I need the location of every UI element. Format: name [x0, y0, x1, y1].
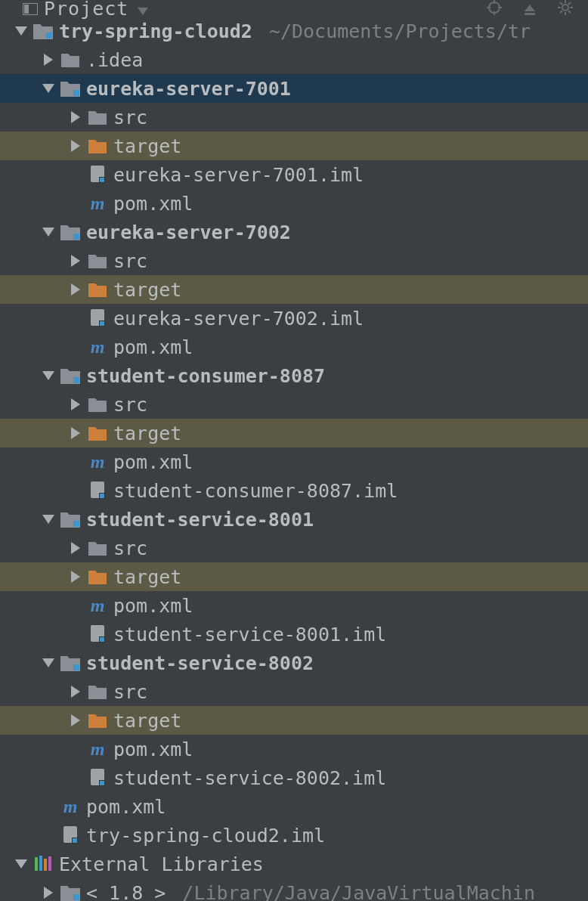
svg-marker-22 [42, 84, 54, 93]
chevron-right-icon[interactable] [68, 283, 83, 296]
svg-rect-61 [35, 857, 38, 871]
tree-folder-target[interactable]: target [0, 562, 588, 591]
chevron-down-icon[interactable] [41, 515, 56, 524]
svg-rect-62 [39, 856, 42, 871]
chevron-down-icon[interactable] [14, 859, 29, 868]
chevron-down-icon[interactable] [41, 371, 56, 380]
external-libraries-icon [33, 854, 53, 874]
iml-file-icon [88, 768, 107, 788]
chevron-right-icon[interactable] [41, 54, 56, 66]
tree-folder-src[interactable]: src [0, 677, 588, 706]
svg-rect-44 [73, 521, 79, 527]
svg-marker-21 [44, 54, 53, 66]
tree-file-iml[interactable]: student-service-8002.iml [0, 763, 588, 792]
svg-line-16 [568, 11, 571, 13]
maven-file-icon: m [88, 337, 107, 357]
svg-line-15 [560, 2, 562, 5]
svg-rect-66 [73, 894, 79, 900]
chevron-right-icon[interactable] [68, 111, 83, 123]
svg-rect-56 [100, 781, 104, 785]
svg-marker-2 [138, 8, 148, 15]
tree-item-label: src [113, 394, 147, 416]
chevron-right-icon[interactable] [68, 542, 83, 554]
iml-file-icon [88, 165, 107, 184]
tree-external-libraries[interactable]: External Libraries [0, 850, 588, 878]
tree-module[interactable]: eureka-server-7002 [0, 218, 588, 246]
chevron-right-icon[interactable] [68, 686, 83, 698]
tree-item-label: student-consumer-8087 [86, 365, 325, 387]
chevron-right-icon[interactable] [68, 571, 83, 583]
chevron-down-icon[interactable] [41, 84, 56, 93]
chevron-down-icon[interactable] [41, 658, 56, 667]
svg-marker-25 [71, 140, 80, 152]
svg-marker-39 [71, 427, 80, 439]
tree-item-label: eureka-server-7002 [86, 221, 291, 243]
svg-marker-60 [15, 859, 27, 868]
tree-file-pom[interactable]: mpom.xml [0, 447, 588, 476]
chevron-right-icon[interactable] [68, 255, 83, 267]
tree-file-pom[interactable]: mpom.xml [0, 333, 588, 361]
tree-module[interactable]: student-service-8002 [0, 649, 588, 677]
tree-file-pom[interactable]: mpom.xml [0, 735, 588, 763]
tree-file-iml[interactable]: student-service-8001.iml [0, 620, 588, 649]
folder-icon [88, 682, 107, 701]
tree-folder-src[interactable]: src [0, 103, 588, 132]
tree-file-pom[interactable]: mpom.xml [0, 189, 588, 218]
svg-point-3 [489, 2, 500, 13]
tree-item-label: student-service-8001 [86, 509, 314, 531]
chevron-right-icon[interactable] [68, 398, 83, 410]
tree-file-iml[interactable]: eureka-server-7002.iml [0, 304, 588, 333]
svg-marker-45 [71, 542, 80, 554]
tree-file-pom[interactable]: mpom.xml [0, 591, 588, 620]
tree-item-label: src [113, 681, 147, 703]
chevron-right-icon[interactable] [68, 714, 83, 726]
maven-file-icon: m [88, 739, 107, 759]
tree-folder-target[interactable]: target [0, 419, 588, 447]
module-folder-icon [33, 21, 53, 41]
folder-excluded-icon [88, 280, 107, 299]
project-panel-header: Project [0, 0, 588, 17]
tree-folder-target[interactable]: target [0, 706, 588, 735]
svg-rect-35 [100, 321, 104, 326]
chevron-down-icon[interactable] [14, 26, 29, 36]
tree-module[interactable]: eureka-server-7001 [0, 74, 588, 103]
tree-folder-src[interactable]: src [0, 534, 588, 562]
tree-folder-target[interactable]: target [0, 275, 588, 304]
tree-file-pom[interactable]: mpom.xml [0, 792, 588, 821]
tree-item-label: eureka-server-7001 [86, 78, 291, 100]
tree-item-label: target [113, 135, 181, 157]
tree-item-label: pom.xml [113, 738, 193, 760]
project-tree[interactable]: try-spring-cloud2~/Documents/Projects/tr… [0, 17, 588, 901]
svg-marker-19 [15, 26, 27, 36]
svg-rect-51 [73, 664, 79, 670]
folder-excluded-icon [88, 423, 107, 443]
tree-folder-src[interactable]: src [0, 390, 588, 419]
tree-item-path: /Library/Java/JavaVirtualMachin [182, 882, 535, 902]
iml-file-icon [88, 308, 107, 328]
tree-module[interactable]: student-service-8001 [0, 505, 588, 534]
tree-folder-target[interactable]: target [0, 132, 588, 160]
tree-folder-idea[interactable]: .idea [0, 45, 588, 74]
tree-item-label: src [113, 250, 147, 272]
maven-file-icon: m [88, 452, 107, 472]
folder-icon [60, 50, 80, 70]
svg-marker-65 [44, 887, 53, 899]
tree-jdk[interactable]: < 1.8 >/Library/Java/JavaVirtualMachin [0, 878, 588, 901]
tree-item-label: target [113, 710, 181, 732]
tree-folder-src[interactable]: src [0, 246, 588, 275]
chevron-right-icon[interactable] [68, 140, 83, 152]
tree-file-iml[interactable]: student-consumer-8087.iml [0, 476, 588, 505]
chevron-right-icon[interactable] [41, 887, 56, 899]
svg-rect-30 [73, 234, 79, 240]
svg-marker-50 [42, 658, 54, 667]
svg-rect-64 [48, 856, 51, 871]
svg-rect-49 [100, 637, 104, 642]
module-folder-icon [60, 509, 80, 529]
chevron-down-icon[interactable] [41, 228, 56, 237]
tree-file-iml[interactable]: try-spring-cloud2.iml [0, 821, 588, 850]
svg-line-17 [560, 11, 562, 13]
tree-file-iml[interactable]: eureka-server-7001.iml [0, 160, 588, 189]
tree-module[interactable]: student-consumer-8087 [0, 361, 588, 390]
tree-root[interactable]: try-spring-cloud2~/Documents/Projects/tr [0, 17, 588, 45]
chevron-right-icon[interactable] [68, 427, 83, 439]
